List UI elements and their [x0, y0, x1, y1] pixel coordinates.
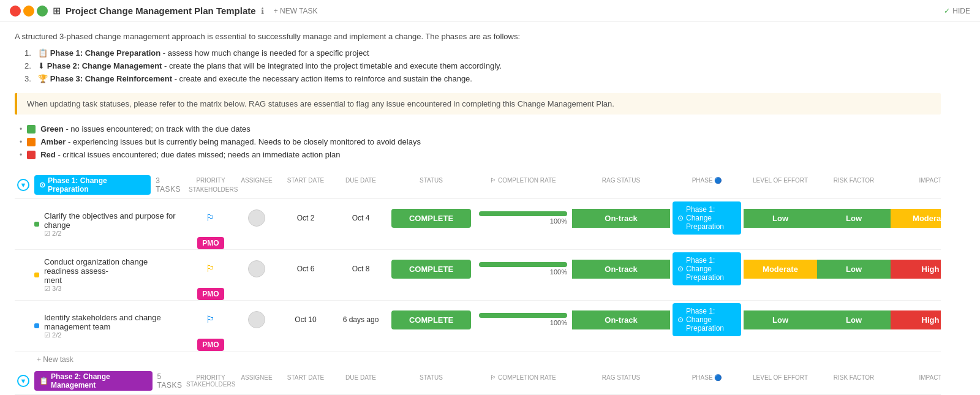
col-stakeholders: STAKEHOLDERS: [186, 185, 235, 194]
task-status-3: COMPLETE: [391, 310, 471, 329]
task-due-3: 6 days ago: [333, 315, 388, 324]
doc-body: A structured 3-phased change management …: [0, 22, 956, 395]
new-task-button[interactable]: + NEW TASK: [274, 7, 318, 15]
top-bar: ⊞ Project Change Management Plan Templat…: [0, 0, 980, 22]
phase-list-item-3: 3. 🏆 Phase 3: Change Reinforcement - cre…: [24, 74, 941, 83]
phase1-badge: ⊙ Phase 1: Change Preparation: [34, 175, 151, 195]
task-due-2: Oct 8: [333, 265, 388, 273]
phase-list: 1. 📋 Phase 1: Change Preparation - asses…: [15, 48, 941, 83]
status-legend: • Green - no issues encountered; on trac…: [15, 124, 941, 159]
phase2-toggle[interactable]: ▼: [17, 375, 29, 387]
info-icon[interactable]: ℹ: [261, 6, 264, 16]
task-color-dot: [34, 222, 39, 227]
task-start-1: Oct 2: [278, 214, 333, 222]
task-name-1: Clarify the objectives and purpose for c…: [44, 211, 184, 230]
task-impact-1: Moderate: [891, 209, 941, 228]
rag-notice-box: When updating task statuses, please refe…: [15, 93, 941, 115]
task-progress-label-1: 100%: [479, 217, 567, 225]
maximize-icon[interactable]: [37, 6, 48, 17]
phase2-section: ▼ 📋 Phase 2: Change Management 5 TASKS P…: [15, 367, 941, 395]
task-start-3: Oct 10: [278, 315, 333, 324]
window-controls: [10, 6, 48, 17]
col-completion: 🏳 COMPLETION RATE: [474, 176, 572, 185]
task-stakeholder-3: PMO: [197, 339, 224, 351]
phase2-count: 5 TASKS: [157, 372, 186, 389]
col-loe: LEVEL OF EFFORT: [744, 176, 817, 185]
task-stakeholder-2: PMO: [197, 288, 224, 300]
red-dot: [27, 151, 36, 159]
status-amber: • Amber - experiencing issues but is cur…: [20, 137, 941, 146]
task-phase-3: ⊙ Phase 1: Change Preparation: [673, 303, 741, 336]
phase1-section: ▼ ⊙ Phase 1: Change Preparation 3 TASKS …: [15, 171, 941, 367]
status-green: • Green - no issues encountered; on trac…: [20, 124, 941, 134]
task-progress-label-3: 100%: [479, 319, 567, 326]
amber-dot: [27, 138, 36, 146]
add-task-phase1-link[interactable]: + New task: [15, 352, 941, 367]
task-status-1: COMPLETE: [391, 209, 471, 228]
task-start-2: Oct 6: [278, 265, 333, 273]
hide-button[interactable]: ✓ HIDE: [944, 7, 970, 15]
task-progress-bar-3: [479, 313, 567, 318]
task-loe-2: Moderate: [744, 260, 817, 279]
task-progress-bar-2: [479, 262, 567, 267]
task-due-1: Oct 4: [333, 214, 388, 222]
task-assignee-2: [248, 260, 265, 277]
task-row-1: Clarify the objectives and purpose for c…: [15, 199, 941, 250]
task-rag-1: On-track: [572, 209, 670, 228]
rag-notice-text: When updating task statuses, please refe…: [27, 99, 614, 108]
phase-list-item-1: 1. 📋 Phase 1: Change Preparation - asses…: [24, 48, 941, 58]
col-impact: IMPACT: [891, 176, 941, 185]
task-risk-3: Low: [817, 310, 891, 329]
grid-icon: ⊞: [53, 5, 61, 17]
task-risk-2: Low: [817, 260, 891, 279]
task-row-3: Identify stakeholders and change managem…: [15, 301, 941, 352]
task-priority-1: 🏳: [186, 213, 235, 224]
col-rag: RAG STATUS: [572, 176, 670, 185]
task-progress-bar-1: [479, 211, 567, 216]
phase1-count: 3 TASKS: [156, 176, 186, 194]
task-priority-3: 🏳: [186, 314, 235, 325]
task-progress-label-2: 100%: [479, 268, 567, 276]
task-phase-1: ⊙ Phase 1: Change Preparation: [673, 201, 741, 235]
tasks-table: ▼ ⊙ Phase 1: Change Preparation 3 TASKS …: [15, 171, 941, 395]
task-loe-3: Low: [744, 310, 817, 329]
task-impact-3: High: [891, 310, 941, 329]
task-rag-3: On-track: [572, 310, 670, 329]
task-row-2: Conduct organization change readiness as…: [15, 250, 941, 301]
task-assignee-3: [248, 311, 265, 328]
task-check-2: ☑ 3/3: [44, 285, 184, 293]
col-start: START DATE: [278, 176, 333, 185]
task-priority-2: 🏳: [186, 263, 235, 274]
minimize-icon[interactable]: [23, 6, 34, 17]
col-priority: PRIORITY: [186, 176, 235, 185]
status-red: • Red - critical issues encountered; due…: [20, 150, 941, 159]
task-color-dot-2: [34, 273, 39, 277]
green-dot: [27, 125, 36, 134]
close-icon[interactable]: [10, 6, 21, 17]
task-name-2: Conduct organization change readiness as…: [44, 257, 184, 285]
task-rag-2: On-track: [572, 260, 670, 279]
task-status-2: COMPLETE: [391, 260, 471, 279]
task-color-dot-3: [34, 323, 39, 328]
task-assignee-1: [248, 209, 265, 227]
col-status: STATUS: [388, 176, 474, 185]
col-phase: PHASE 🔵: [670, 176, 744, 185]
phase2-header: ▼ 📋 Phase 2: Change Management 5 TASKS P…: [15, 367, 941, 395]
task-name-3: Identify stakeholders and change managem…: [44, 313, 184, 331]
phase2-badge: 📋 Phase 2: Change Management: [34, 371, 153, 391]
phase1-header: ▼ ⊙ Phase 1: Change Preparation 3 TASKS …: [15, 171, 941, 199]
task-risk-1: Low: [817, 209, 891, 228]
col-risk: RISK FACTOR: [817, 176, 891, 185]
col-due: DUE DATE: [333, 176, 388, 185]
task-check-1: ☑ 2/2: [44, 230, 184, 238]
task-phase-2: ⊙ Phase 1: Change Preparation: [673, 252, 741, 285]
task-impact-2: High: [891, 260, 941, 279]
intro-text: A structured 3-phased change management …: [15, 32, 941, 41]
page-title: Project Change Management Plan Template: [66, 6, 256, 16]
phase1-toggle[interactable]: ▼: [17, 179, 29, 191]
task-loe-1: Low: [744, 209, 817, 228]
task-check-3: ☑ 2/2: [44, 331, 184, 339]
col-assignee: ASSIGNEE: [235, 176, 278, 185]
phase-list-item-2: 2. ⬇ Phase 2: Change Management - create…: [24, 61, 941, 70]
task-stakeholder-1: PMO: [197, 237, 224, 249]
